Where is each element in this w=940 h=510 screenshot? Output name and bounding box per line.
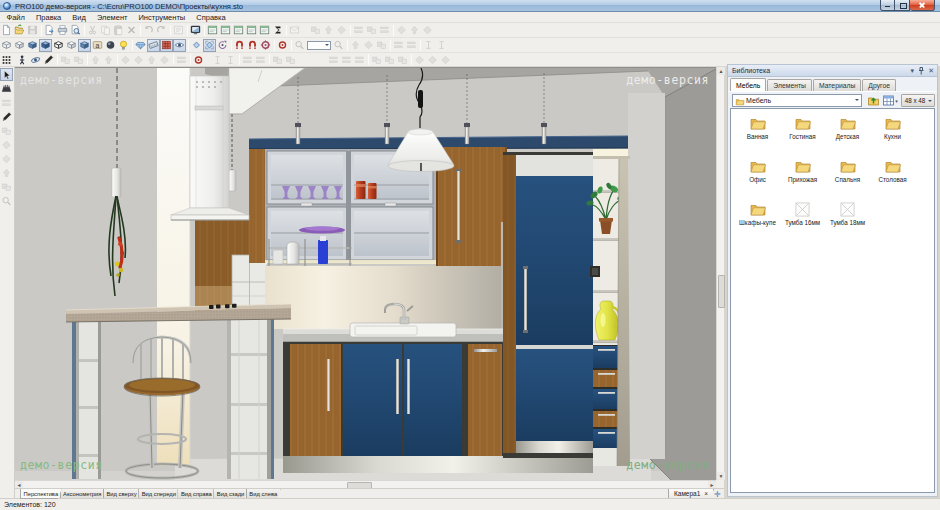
menu-правка[interactable]: Правка xyxy=(30,13,66,22)
magnet-1-button[interactable] xyxy=(233,39,246,52)
library-item-тумба-18мм[interactable]: Тумба 18мм xyxy=(825,200,870,226)
grid-snap-button[interactable] xyxy=(0,53,13,66)
fit-el-button[interactable] xyxy=(158,53,171,66)
library-tab-другое[interactable]: Другое xyxy=(862,79,896,91)
combo-dropdown-icon[interactable] xyxy=(855,99,859,103)
group-button[interactable] xyxy=(59,53,72,66)
properties-button[interactable] xyxy=(172,24,185,37)
edges-tex-button[interactable] xyxy=(78,39,91,52)
menu-справка[interactable]: Справка xyxy=(191,13,231,22)
zoom-select[interactable] xyxy=(307,41,331,50)
space-3-button[interactable] xyxy=(421,24,434,37)
zoom-tool-button[interactable] xyxy=(0,194,13,207)
library-item-кухни[interactable]: Кухни xyxy=(870,114,915,140)
paste-button[interactable] xyxy=(112,24,125,37)
dist-2-button[interactable] xyxy=(383,53,396,66)
view-textures-button[interactable] xyxy=(39,39,52,52)
library-item-спальня[interactable]: Спальня xyxy=(825,157,870,183)
library-item-детская[interactable]: Детская xyxy=(825,114,870,140)
show-labels-button[interactable] xyxy=(91,39,104,52)
view-mode-button[interactable]: ▾ xyxy=(881,94,899,107)
export-button[interactable] xyxy=(43,24,56,37)
edges-white-button[interactable] xyxy=(65,39,78,52)
center-element-button[interactable] xyxy=(192,53,205,66)
space-2-button[interactable] xyxy=(408,24,421,37)
arrange-1-button[interactable] xyxy=(309,24,322,37)
edit-shape-button[interactable] xyxy=(175,53,188,66)
open-file-button[interactable] xyxy=(13,24,26,37)
next-el-button[interactable] xyxy=(224,53,237,66)
menu-вид[interactable]: Вид xyxy=(67,13,92,22)
copy-button[interactable] xyxy=(99,24,112,37)
lighting-button[interactable] xyxy=(117,39,130,52)
view-elements-button[interactable] xyxy=(245,24,258,37)
menu-элемент[interactable]: Элемент xyxy=(91,13,133,22)
library-menu-icon[interactable]: ▾ xyxy=(911,66,915,76)
move-1-button[interactable] xyxy=(349,39,362,52)
lift-el-button[interactable] xyxy=(145,53,158,66)
flip-h-button[interactable] xyxy=(89,53,102,66)
library-close-icon[interactable]: ✕ xyxy=(928,66,934,76)
snap-grid-button[interactable] xyxy=(203,39,216,52)
magnet-2-button[interactable] xyxy=(246,39,259,52)
move-tool-button[interactable] xyxy=(0,138,13,151)
view-colors-button[interactable] xyxy=(26,39,39,52)
dist-3-button[interactable] xyxy=(396,53,409,66)
arrange-2-button[interactable] xyxy=(322,24,335,37)
icon-size-select[interactable]: 48 x 48 xyxy=(901,94,935,107)
view-materials-button[interactable] xyxy=(258,24,271,37)
magnet-3-button[interactable] xyxy=(259,39,272,52)
lay-3-button[interactable] xyxy=(353,53,366,66)
library-item-прихожая[interactable]: Прихожая xyxy=(780,157,825,183)
view-report-button[interactable] xyxy=(206,24,219,37)
library-item-тумба-16мм[interactable]: Тумба 16мм xyxy=(780,200,825,226)
pin-icon[interactable] xyxy=(917,67,925,75)
align-2-button[interactable] xyxy=(365,24,378,37)
library-tab-мебель[interactable]: Мебель xyxy=(730,78,766,91)
show-grid-button[interactable] xyxy=(160,39,173,52)
rotate-left-button[interactable] xyxy=(119,53,132,66)
rep-1-button[interactable] xyxy=(271,53,284,66)
prev-el-button[interactable] xyxy=(211,53,224,66)
text-2-button[interactable] xyxy=(435,39,448,52)
camera-tab-close-icon[interactable]: × xyxy=(704,490,708,497)
center-view-button[interactable] xyxy=(276,39,289,52)
floor-tool-button[interactable] xyxy=(0,124,13,137)
walk-mode-button[interactable] xyxy=(16,53,29,66)
print-preview-button[interactable] xyxy=(69,24,82,37)
scale-tool-button[interactable] xyxy=(0,166,13,179)
title-bar[interactable]: PRO100 демо-версия - C:\Ecru\PRO100 DEMO… xyxy=(0,0,940,12)
ungroup-button[interactable] xyxy=(72,53,85,66)
move-3-button[interactable] xyxy=(375,39,388,52)
library-item-столовая[interactable]: Столовая xyxy=(870,157,915,183)
library-item-офис[interactable]: Офис xyxy=(735,157,780,183)
dim-1-button[interactable] xyxy=(392,39,405,52)
edges-all-button[interactable] xyxy=(52,39,65,52)
antialias-button[interactable] xyxy=(104,39,117,52)
dist-1-button[interactable] xyxy=(370,53,383,66)
library-tab-материалы[interactable]: Материалы xyxy=(813,79,861,91)
projection-button[interactable] xyxy=(189,24,202,37)
vertical-scrollbar[interactable]: ▲ ▼ xyxy=(716,67,724,480)
flip-v-button[interactable] xyxy=(102,53,115,66)
text-1-button[interactable] xyxy=(422,39,435,52)
print-button[interactable] xyxy=(56,24,69,37)
zoom-out-button[interactable] xyxy=(293,39,306,52)
cut-button[interactable] xyxy=(86,24,99,37)
rot-1-button[interactable] xyxy=(413,53,426,66)
zoom-in-button[interactable] xyxy=(332,39,345,52)
viewport-3d[interactable]: демо-версия демо-версия демо-версия демо… xyxy=(15,67,716,480)
close-button[interactable] xyxy=(910,0,935,11)
arrange-3-button[interactable] xyxy=(335,24,348,37)
draw-mode-button[interactable] xyxy=(42,53,55,66)
maximize-button[interactable] xyxy=(895,0,910,11)
minimize-button[interactable] xyxy=(880,0,895,11)
new-file-button[interactable] xyxy=(0,24,13,37)
show-dimensions-button[interactable] xyxy=(147,39,160,52)
rep-2-button[interactable] xyxy=(284,53,297,66)
wall-tool-button[interactable] xyxy=(0,82,13,95)
scroll-down-arrow[interactable]: ▼ xyxy=(717,472,725,480)
view-tab-перспектива[interactable]: Перспектива xyxy=(20,489,62,499)
folder-up-button[interactable] xyxy=(866,94,880,107)
dim-2-button[interactable] xyxy=(405,39,418,52)
